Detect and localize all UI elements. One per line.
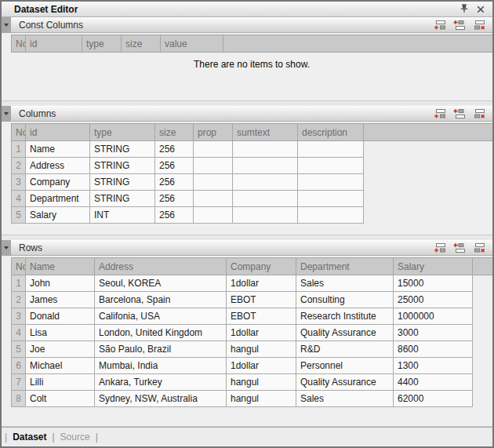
column-header[interactable]: No — [12, 35, 26, 53]
cell-company[interactable]: EBOT — [227, 292, 296, 308]
collapse-button[interactable] — [2, 17, 11, 33]
table-row[interactable]: 1 John Seoul, KOREA 1dollar Sales 15000 — [12, 275, 493, 292]
cell-prop[interactable] — [194, 141, 233, 158]
cell-department[interactable]: Quality Assurance — [296, 325, 394, 341]
table-row[interactable]: 1 Name STRING 256 — [12, 141, 493, 158]
column-header[interactable]: type — [90, 124, 155, 141]
table-row[interactable]: 5 Joe São Paulo, Brazil hangul R&D 8600 — [12, 341, 493, 358]
delete-row-button[interactable] — [473, 20, 486, 31]
cell-department[interactable]: Sales — [296, 391, 394, 407]
insert-row-button[interactable] — [453, 20, 467, 31]
column-header[interactable]: No — [12, 124, 26, 141]
add-row-button[interactable] — [434, 242, 447, 253]
table-row[interactable]: 4 Lisa London, United Kingdom 1dollar Qu… — [12, 325, 493, 341]
cell-description[interactable] — [298, 207, 364, 224]
cell-description[interactable] — [298, 141, 364, 158]
add-row-button[interactable] — [434, 20, 447, 31]
cell-type[interactable]: STRING — [90, 158, 155, 174]
collapse-button[interactable] — [2, 240, 11, 256]
cell-name[interactable]: James — [26, 292, 95, 308]
table-row[interactable]: 3 Donald Califonia, USA EBOT Research In… — [12, 308, 493, 325]
cell-address[interactable]: Barcelona, Spain — [95, 292, 227, 308]
cell-department[interactable]: Quality Assurance — [296, 374, 394, 391]
cell-sumtext[interactable] — [233, 141, 298, 158]
column-header[interactable]: Department — [296, 258, 394, 275]
column-header[interactable]: type — [82, 35, 122, 53]
cell-size[interactable]: 256 — [155, 191, 194, 207]
cell-id[interactable]: Address — [26, 158, 90, 174]
column-header[interactable]: Name — [26, 258, 95, 275]
cell-name[interactable]: Colt — [26, 391, 95, 407]
cell-address[interactable]: London, United Kingdom — [95, 325, 227, 341]
cell-department[interactable]: Personnel — [296, 358, 394, 374]
table-row[interactable]: 4 Department STRING 256 — [12, 191, 493, 207]
table-row[interactable]: 2 Address STRING 256 — [12, 158, 493, 174]
tab-source[interactable]: Source — [60, 432, 90, 443]
cell-sumtext[interactable] — [233, 207, 298, 224]
add-row-button[interactable] — [434, 108, 447, 119]
cell-company[interactable]: 1dollar — [227, 275, 296, 292]
cell-id[interactable]: Name — [26, 141, 90, 158]
cell-prop[interactable] — [194, 158, 233, 174]
column-header[interactable]: size — [155, 124, 194, 141]
table-row[interactable]: 7 Lilli Ankara, Turkey hangul Quality As… — [12, 374, 493, 391]
cell-address[interactable]: Sydney, NSW, Australia — [95, 391, 227, 407]
cell-company[interactable]: 1dollar — [227, 358, 296, 374]
cell-description[interactable] — [298, 191, 364, 207]
cell-prop[interactable] — [194, 207, 233, 224]
cell-salary[interactable]: 1000000 — [394, 308, 473, 325]
table-row[interactable]: 8 Colt Sydney, NSW, Australia hangul Sal… — [12, 391, 493, 407]
column-header[interactable]: size — [122, 35, 161, 53]
column-header[interactable]: prop — [194, 124, 233, 141]
cell-size[interactable]: 256 — [155, 207, 194, 224]
column-header[interactable]: Salary — [394, 258, 473, 275]
column-header[interactable]: Address — [95, 258, 227, 275]
column-header[interactable]: value — [161, 35, 223, 53]
cell-company[interactable]: hangul — [227, 341, 296, 358]
cell-address[interactable]: Seoul, KOREA — [95, 275, 227, 292]
cell-type[interactable]: STRING — [90, 174, 155, 191]
cell-size[interactable]: 256 — [155, 158, 194, 174]
cell-prop[interactable] — [194, 191, 233, 207]
cell-address[interactable]: Califonia, USA — [95, 308, 227, 325]
cell-id[interactable]: Salary — [26, 207, 90, 224]
cell-prop[interactable] — [194, 174, 233, 191]
collapse-button[interactable] — [2, 106, 11, 122]
cell-company[interactable]: hangul — [227, 391, 296, 407]
table-row[interactable]: 3 Company STRING 256 — [12, 174, 493, 191]
cell-description[interactable] — [298, 158, 364, 174]
cell-salary[interactable]: 15000 — [394, 275, 473, 292]
column-header[interactable]: description — [298, 124, 364, 141]
cell-company[interactable]: 1dollar — [227, 325, 296, 341]
cell-name[interactable]: John — [26, 275, 95, 292]
cell-salary[interactable]: 1300 — [394, 358, 473, 374]
pin-button[interactable] — [457, 3, 471, 16]
table-row[interactable]: 5 Salary INT 256 — [12, 207, 493, 224]
cell-salary[interactable]: 62000 — [394, 391, 473, 407]
cell-name[interactable]: Michael — [26, 358, 95, 374]
cell-size[interactable]: 256 — [155, 174, 194, 191]
column-header[interactable]: No — [12, 258, 26, 275]
insert-row-button[interactable] — [453, 108, 467, 119]
cell-company[interactable]: EBOT — [227, 308, 296, 325]
insert-row-button[interactable] — [453, 242, 467, 253]
cell-type[interactable]: INT — [90, 207, 155, 224]
cell-department[interactable]: Consulting — [296, 292, 394, 308]
tab-dataset[interactable]: Dataset — [13, 432, 46, 443]
cell-name[interactable]: Donald — [26, 308, 95, 325]
column-header[interactable]: id — [26, 35, 82, 53]
cell-department[interactable]: R&D — [296, 341, 394, 358]
column-header[interactable]: id — [26, 124, 90, 141]
cell-salary[interactable]: 8600 — [394, 341, 473, 358]
cell-id[interactable]: Department — [26, 191, 90, 207]
cell-sumtext[interactable] — [233, 174, 298, 191]
cell-sumtext[interactable] — [233, 191, 298, 207]
cell-type[interactable]: STRING — [90, 141, 155, 158]
delete-row-button[interactable] — [473, 242, 486, 253]
cell-address[interactable]: Ankara, Turkey — [95, 374, 227, 391]
cell-name[interactable]: Lisa — [26, 325, 95, 341]
delete-row-button[interactable] — [473, 108, 486, 119]
cell-department[interactable]: Sales — [296, 275, 394, 292]
close-button[interactable] — [474, 3, 488, 16]
cell-salary[interactable]: 4400 — [394, 374, 473, 391]
